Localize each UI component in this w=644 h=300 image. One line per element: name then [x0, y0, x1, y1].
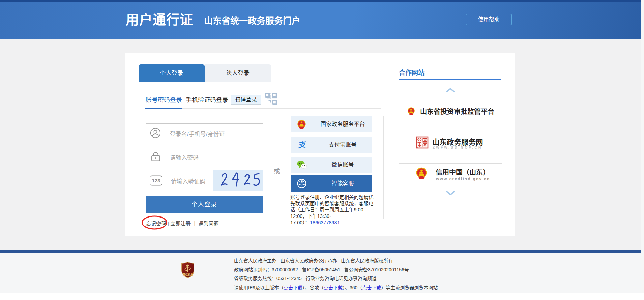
svg-text:党政机关: 党政机关: [183, 273, 193, 276]
svg-text:支: 支: [297, 141, 306, 149]
svg-text:123: 123: [152, 178, 160, 184]
